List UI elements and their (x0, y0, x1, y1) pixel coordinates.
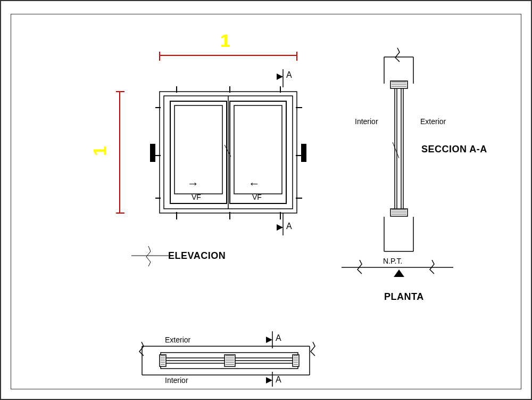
svg-marker-29 (277, 74, 283, 80)
dim-width (160, 52, 297, 61)
plan-interior-label: Interior (165, 376, 188, 385)
vf-right: VF (252, 193, 262, 201)
dim-height-value: 1 (89, 146, 110, 156)
plan-section-marker-bottom (266, 372, 272, 387)
arrow-left-icon: ← (248, 177, 260, 191)
svg-rect-13 (150, 144, 155, 162)
section-title: SECCION A-A (421, 144, 487, 155)
exterior-label: Exterior (420, 117, 446, 126)
svg-marker-31 (277, 224, 283, 231)
vf-left: VF (192, 193, 201, 201)
svg-rect-58 (293, 355, 299, 366)
svg-marker-47 (394, 270, 404, 277)
elevation-title: ELEVACION (168, 250, 226, 262)
svg-rect-14 (301, 144, 306, 162)
plan-view (139, 342, 315, 375)
svg-rect-57 (160, 355, 166, 366)
elevation-window (150, 86, 306, 219)
svg-marker-62 (266, 377, 272, 383)
interior-label: Interior (355, 117, 378, 126)
section-marker-label-top: A (286, 70, 292, 80)
plan-section-label-top: A (276, 333, 281, 343)
dim-width-value: 1 (220, 30, 230, 51)
plan-section-marker-top (266, 331, 272, 348)
svg-line-42 (393, 142, 399, 158)
drawing-svg (1, 1, 532, 400)
plan-exterior-label: Exterior (165, 336, 190, 344)
arrow-right-icon: → (187, 177, 199, 191)
section-marker-a-top (277, 69, 283, 87)
section-aa (342, 48, 453, 277)
svg-rect-56 (225, 355, 235, 366)
plan-section-label-bottom: A (276, 375, 281, 385)
dim-height (116, 92, 124, 213)
section-marker-label-bottom: A (286, 222, 292, 231)
npt-label: N.P.T. (383, 257, 402, 265)
plan-title: PLANTA (384, 291, 424, 303)
svg-marker-60 (266, 337, 272, 343)
break-line-elevation (131, 246, 169, 266)
